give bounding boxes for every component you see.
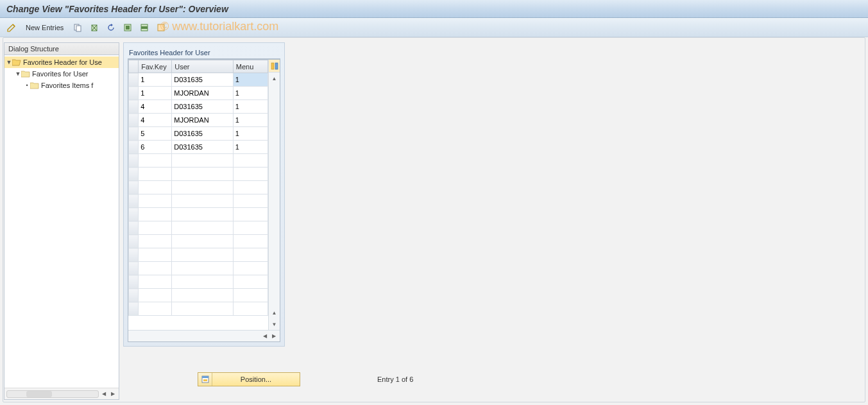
cell-user[interactable] — [172, 154, 232, 167]
cell-key[interactable] — [139, 141, 171, 153]
position-button[interactable]: Position... — [198, 372, 300, 386]
cell-menu[interactable] — [234, 154, 268, 167]
row-selector[interactable] — [129, 275, 139, 289]
tree-node-favorites-header[interactable]: ▼ Favorites Header for Use — [4, 56, 119, 68]
cell-key[interactable] — [139, 194, 171, 207]
cell-menu[interactable] — [234, 87, 268, 99]
copy-icon[interactable] — [71, 21, 84, 34]
scroll-down-icon[interactable]: ▼ — [269, 318, 280, 330]
toggle-change-icon[interactable] — [5, 21, 18, 34]
scroll-right-icon[interactable]: ▶ — [270, 331, 278, 341]
cell-user[interactable] — [172, 168, 232, 180]
cell-menu[interactable] — [234, 114, 268, 126]
cell-key[interactable] — [139, 275, 171, 288]
scroll-left-icon[interactable]: ◀ — [261, 331, 269, 341]
tree-toggle-icon[interactable]: ▼ — [6, 59, 12, 65]
row-selector[interactable] — [129, 100, 139, 114]
cell-menu[interactable] — [234, 100, 268, 113]
undo-icon[interactable] — [105, 21, 117, 34]
cell-key[interactable] — [139, 87, 171, 99]
row-selector[interactable] — [129, 194, 139, 208]
row-selector[interactable] — [129, 289, 139, 302]
cell-key[interactable] — [139, 100, 171, 113]
cell-user[interactable] — [172, 100, 232, 113]
scroll-right-icon[interactable]: ▶ — [109, 389, 117, 399]
row-selector[interactable] — [129, 73, 139, 87]
col-favkey[interactable]: Fav.Key — [139, 60, 172, 73]
cell-menu[interactable] — [234, 262, 268, 275]
scroll-up-icon[interactable]: ▲ — [269, 307, 280, 318]
row-selector[interactable] — [129, 221, 139, 235]
row-selector[interactable] — [129, 87, 139, 100]
row-selector[interactable] — [129, 262, 139, 275]
cell-key[interactable] — [139, 154, 171, 167]
cell-menu[interactable] — [234, 194, 268, 207]
cell-menu[interactable] — [234, 168, 268, 180]
cell-menu[interactable] — [234, 208, 268, 221]
select-block-icon[interactable] — [138, 21, 151, 34]
cell-key[interactable] — [139, 114, 171, 126]
row-selector[interactable] — [129, 141, 139, 154]
cell-menu[interactable] — [234, 221, 268, 234]
row-selector[interactable] — [129, 248, 139, 262]
cell-user[interactable] — [172, 127, 232, 140]
cell-user[interactable] — [172, 221, 232, 234]
row-selector[interactable] — [129, 114, 139, 127]
cell-user[interactable] — [172, 73, 232, 86]
cell-user[interactable] — [172, 114, 232, 126]
delete-icon[interactable] — [88, 21, 101, 34]
cell-key[interactable] — [139, 127, 171, 140]
table-settings-icon[interactable] — [269, 60, 280, 73]
cell-menu[interactable] — [234, 127, 268, 140]
deselect-all-icon[interactable] — [155, 21, 167, 34]
cell-key[interactable] — [139, 262, 171, 275]
cell-menu[interactable] — [234, 275, 268, 288]
cell-user[interactable] — [172, 289, 232, 302]
row-selector[interactable] — [129, 302, 139, 316]
row-selector[interactable] — [129, 168, 139, 181]
cell-menu[interactable] — [234, 73, 268, 86]
row-selector[interactable] — [129, 127, 139, 141]
scroll-left-icon[interactable]: ◀ — [100, 389, 108, 399]
row-selector[interactable] — [129, 181, 139, 194]
cell-key[interactable] — [139, 248, 171, 261]
row-selector[interactable] — [129, 154, 139, 168]
cell-menu[interactable] — [234, 141, 268, 153]
cell-menu[interactable] — [234, 248, 268, 261]
cell-key[interactable] — [139, 73, 171, 86]
cell-user[interactable] — [172, 235, 232, 248]
cell-menu[interactable] — [234, 181, 268, 194]
cell-key[interactable] — [139, 235, 171, 248]
cell-user[interactable] — [172, 248, 232, 261]
cell-key[interactable] — [139, 168, 171, 180]
cell-user[interactable] — [172, 87, 232, 99]
cell-key[interactable] — [139, 221, 171, 234]
tree-node-favorites-items[interactable]: • Favorites Items f — [4, 80, 119, 91]
cell-user[interactable] — [172, 275, 232, 288]
col-user[interactable]: User — [172, 60, 233, 73]
row-selector[interactable] — [129, 208, 139, 221]
cell-user[interactable] — [172, 262, 232, 275]
tree-node-favorites-user[interactable]: ▼ Favorites for User — [4, 68, 119, 80]
cell-menu[interactable] — [234, 289, 268, 302]
cell-key[interactable] — [139, 181, 171, 194]
cell-user[interactable] — [172, 181, 232, 194]
scroll-up-icon[interactable]: ▲ — [269, 73, 280, 84]
grid-hscrollbar[interactable]: ◀ ▶ — [128, 330, 280, 341]
cell-user[interactable] — [172, 141, 232, 153]
cell-key[interactable] — [139, 302, 171, 315]
cell-user[interactable] — [172, 302, 232, 315]
row-select-header[interactable] — [129, 60, 139, 73]
select-all-icon[interactable] — [121, 21, 134, 34]
row-selector[interactable] — [129, 235, 139, 248]
cell-key[interactable] — [139, 289, 171, 302]
cell-user[interactable] — [172, 208, 232, 221]
cell-user[interactable] — [172, 194, 232, 207]
tree-toggle-icon[interactable]: ▼ — [15, 71, 21, 77]
cell-menu[interactable] — [234, 302, 268, 315]
cell-key[interactable] — [139, 208, 171, 221]
grid-vscrollbar[interactable]: ▲ ▲ ▼ — [268, 60, 280, 330]
cell-menu[interactable] — [234, 235, 268, 248]
new-entries-button[interactable]: New Entries — [22, 21, 67, 34]
tree-hscrollbar[interactable]: ◀ ▶ — [4, 388, 119, 399]
